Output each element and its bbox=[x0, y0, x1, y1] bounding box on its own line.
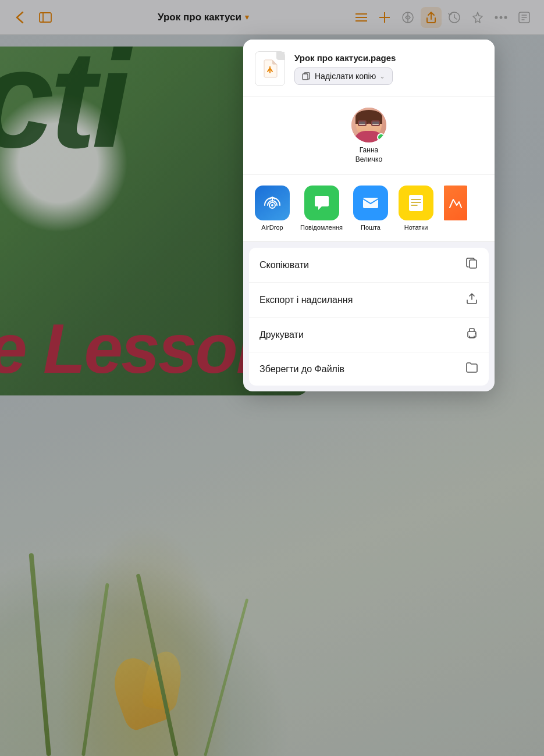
folder-icon bbox=[465, 362, 478, 376]
more-app-icon bbox=[444, 186, 467, 220]
print-icon bbox=[465, 327, 478, 343]
file-info: Урок про кактуси.pages Надіслати копію ⌄ bbox=[294, 53, 483, 85]
action-copy[interactable]: Скопіювати bbox=[249, 248, 489, 283]
notes-icon bbox=[399, 186, 433, 220]
svg-point-29 bbox=[475, 333, 476, 334]
action-export-label: Експорт і надсилання bbox=[259, 295, 353, 305]
svg-rect-18 bbox=[303, 74, 308, 80]
apps-section: AirDrop Повідомлення bbox=[243, 175, 495, 242]
share-sheet: Урок про кактуси.pages Надіслати копію ⌄ bbox=[243, 40, 495, 391]
export-icon bbox=[465, 292, 478, 308]
contact-item-hanna[interactable]: Ганна Величко bbox=[255, 108, 483, 164]
airdrop-label: AirDrop bbox=[261, 224, 283, 231]
send-copy-label: Надіслати копію bbox=[315, 72, 376, 81]
action-print[interactable]: Друкувати bbox=[249, 318, 489, 352]
mail-icon bbox=[353, 186, 388, 220]
svg-rect-28 bbox=[468, 331, 476, 337]
app-item-airdrop[interactable]: AirDrop bbox=[255, 186, 290, 231]
app-item-notes[interactable]: Нотатки bbox=[399, 186, 433, 231]
share-sheet-file-header: Урок про кактуси.pages Надіслати копію ⌄ bbox=[243, 40, 495, 97]
airdrop-icon bbox=[255, 186, 290, 220]
action-print-label: Друкувати bbox=[259, 330, 304, 340]
contacts-section: Ганна Величко bbox=[243, 97, 495, 175]
contact-avatar bbox=[351, 108, 386, 142]
mail-label: Пошта bbox=[361, 224, 381, 231]
apps-row: AirDrop Повідомлення bbox=[255, 186, 483, 231]
app-item-mail[interactable]: Пошта bbox=[353, 186, 388, 231]
contact-online-indicator bbox=[377, 133, 385, 141]
notes-label: Нотатки bbox=[404, 224, 428, 231]
action-export[interactable]: Експорт і надсилання bbox=[249, 283, 489, 318]
file-name: Урок про кактуси.pages bbox=[294, 53, 483, 63]
app-item-more[interactable]: Fr bbox=[444, 186, 467, 231]
send-copy-button[interactable]: Надіслати копію ⌄ bbox=[294, 67, 393, 85]
file-icon bbox=[255, 51, 285, 86]
svg-rect-23 bbox=[409, 195, 423, 211]
action-save-files[interactable]: Зберегти до Файлів bbox=[249, 352, 489, 386]
action-copy-label: Скопіювати bbox=[259, 260, 309, 270]
messages-label: Повідомлення bbox=[300, 224, 343, 231]
app-item-messages[interactable]: Повідомлення bbox=[300, 186, 343, 231]
messages-icon bbox=[304, 186, 339, 220]
action-list: Скопіювати Експорт і надсилання Друкуват… bbox=[249, 248, 489, 386]
action-save-files-label: Зберегти до Файлів bbox=[259, 364, 344, 375]
send-copy-chevron-icon: ⌄ bbox=[379, 72, 385, 80]
copy-icon bbox=[465, 257, 478, 273]
contact-name: Ганна Величко bbox=[355, 146, 382, 164]
svg-point-20 bbox=[271, 204, 273, 206]
svg-rect-27 bbox=[470, 260, 477, 268]
